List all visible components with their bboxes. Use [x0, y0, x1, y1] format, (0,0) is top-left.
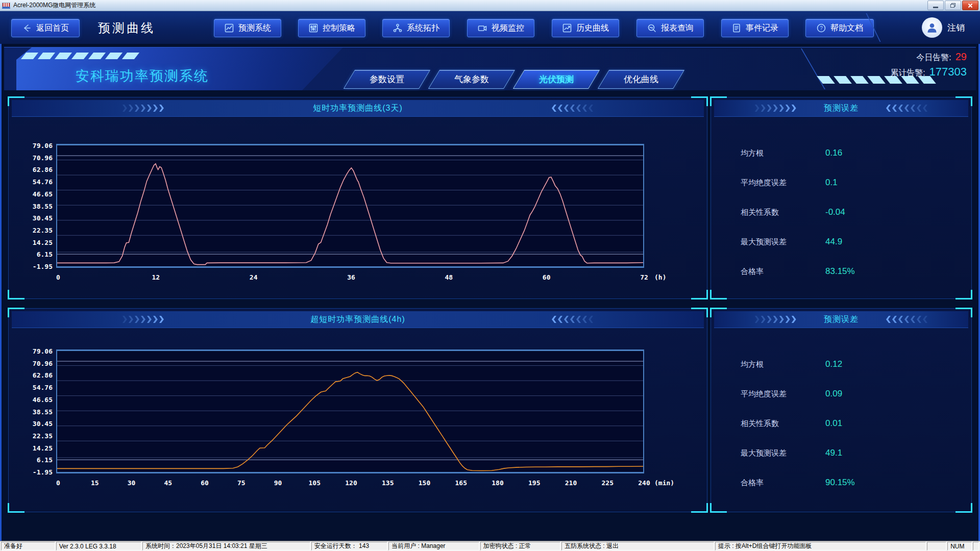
corner-bracket — [691, 290, 708, 299]
tab-optimize-curve[interactable]: 优化曲线 — [598, 70, 684, 89]
nav-button-event-record[interactable]: 事件记录 — [721, 19, 789, 37]
tab-weather-params[interactable]: 气象参数 — [428, 70, 515, 89]
corner-bracket — [8, 503, 24, 513]
top-navbar: 返回首页 预测曲线 预测系统 控制策略 系统拓扑 视频监控 历史曲线 报表查询 … — [0, 11, 980, 44]
stat-value: 0.01 — [825, 418, 842, 429]
stat-label: 均方根 — [741, 360, 818, 369]
total-alarm-value: 177303 — [929, 65, 967, 79]
stat-value: -0.04 — [825, 207, 845, 217]
tab-label: 气象参数 — [454, 73, 489, 85]
stat-row: 最大预测误差44.9 — [711, 227, 971, 257]
logout-button[interactable]: 注销 — [922, 17, 965, 38]
nav-button-help-doc[interactable]: ? 帮助文档 — [805, 19, 874, 37]
today-alarm-value: 29 — [955, 51, 967, 63]
nav-button-system-topology[interactable]: 系统拓扑 — [382, 19, 450, 37]
nav-button-label: 帮助文档 — [830, 23, 863, 34]
help-doc-icon: ? — [816, 23, 826, 33]
stat-row: 平均绝度误差0.09 — [711, 379, 971, 409]
window-title: Acrel-2000MG微电网管理系统 — [13, 1, 95, 10]
chevrons-right-icon — [755, 105, 796, 112]
chart-title: 超短时功率预测曲线(4h) — [310, 314, 405, 325]
chevrons-left-icon — [552, 316, 593, 323]
tab-bar: 参数设置 气象参数 光伏预测 优化曲线 — [349, 70, 679, 89]
status-spacer — [973, 542, 979, 550]
minimize-icon — [933, 7, 938, 8]
forecast-error-panel-1: 预测误差 均方根0.16 平均绝度误差0.1 相关性系数-0.04 最大预测误差… — [710, 97, 972, 299]
status-hint: 提示 : 按Alt+D组合键打开功能面板 — [715, 542, 926, 550]
back-arrow-icon — [22, 23, 32, 33]
nav-button-report-query[interactable]: 报表查询 — [636, 19, 704, 37]
nav-button-label: 视频监控 — [492, 23, 524, 34]
logout-label: 注销 — [947, 22, 965, 34]
chevrons-right-icon — [755, 316, 796, 323]
status-dongle: 加密狗状态 : 正常 — [480, 542, 560, 550]
chevrons-left-icon — [886, 105, 927, 112]
corner-bracket — [955, 290, 972, 299]
stat-label: 相关性系数 — [741, 208, 818, 217]
x-axis-labels: 0153045607590105120135150165180195210225… — [57, 479, 680, 489]
tab-pv-forecast[interactable]: 光伏预测 — [513, 70, 600, 89]
event-record-icon — [731, 23, 742, 33]
banner: 安科瑞功率预测系统 参数设置 气象参数 光伏预测 优化曲线 今日告警: 29 累… — [4, 47, 976, 90]
user-avatar-icon — [922, 17, 942, 38]
app-logo-icon — [2, 3, 10, 9]
tab-label: 光伏预测 — [539, 73, 574, 85]
stats-panel-header: 预测误差 — [714, 311, 968, 328]
status-spacer — [927, 542, 946, 550]
stat-label: 平均绝度误差 — [741, 178, 818, 188]
chevrons-left-icon — [552, 105, 593, 112]
alarm-summary: 今日告警: 29 累计告警: 177303 — [890, 51, 967, 80]
tab-label: 参数设置 — [370, 73, 404, 85]
nav-button-video-monitor[interactable]: 视频监控 — [467, 19, 534, 37]
forecast-error-panel-2: 预测误差 均方根0.12 平均绝度误差0.09 相关性系数0.01 最大预测误差… — [710, 308, 972, 512]
chart-panel-header: 短时功率预测曲线(3天) — [12, 100, 704, 117]
nav-button-label: 事件记录 — [746, 23, 778, 34]
stat-value: 83.15% — [825, 266, 855, 277]
status-version: Ver 2.3.0 LEG 3.3.18 — [56, 542, 141, 550]
stat-row: 平均绝度误差0.1 — [711, 168, 971, 197]
nav-button-label: 控制策略 — [323, 23, 355, 34]
close-icon — [967, 3, 973, 9]
total-alarm-label: 累计告警: — [890, 68, 925, 79]
stat-label: 平均绝度误差 — [741, 389, 818, 399]
close-button[interactable] — [962, 1, 978, 10]
nav-button-label: 系统拓扑 — [407, 23, 439, 34]
minimize-button[interactable] — [927, 1, 944, 10]
stat-row: 相关性系数0.01 — [711, 409, 971, 438]
status-num-lock: NUM — [947, 542, 972, 550]
stats-title: 预测误差 — [824, 103, 859, 114]
chart-panel-header: 超短时功率预测曲线(4h) — [12, 311, 704, 328]
report-query-icon — [647, 23, 657, 33]
back-home-button[interactable]: 返回首页 — [11, 19, 80, 37]
tab-parameter-settings[interactable]: 参数设置 — [344, 70, 430, 89]
window-titlebar: Acrel-2000MG微电网管理系统 — [0, 0, 980, 11]
stat-row: 合格率90.15% — [711, 468, 971, 497]
restore-icon — [950, 3, 955, 8]
stat-label: 相关性系数 — [741, 419, 818, 429]
nav-button-label: 预测系统 — [238, 23, 271, 34]
short-term-chart-plot — [56, 144, 644, 268]
ultra-short-term-forecast-panel: 超短时功率预测曲线(4h) 79.0670.9662.8654.7646.653… — [8, 308, 707, 512]
system-topology-icon — [393, 23, 403, 33]
stat-row: 均方根0.16 — [711, 138, 971, 168]
chevrons-left-icon — [886, 316, 927, 323]
nav-button-history-curve[interactable]: 历史曲线 — [552, 19, 619, 37]
status-safe-days: 安全运行天数： 143 — [311, 542, 387, 550]
svg-text:?: ? — [820, 26, 823, 31]
stat-row: 相关性系数-0.04 — [711, 197, 971, 227]
nav-button-control-strategy[interactable]: 控制策略 — [298, 19, 365, 37]
tab-label: 优化曲线 — [624, 73, 658, 85]
ultra-short-term-chart-plot — [56, 349, 644, 473]
status-system-time: 系统时间：2023年05月31日 14:03:21 星期三 — [142, 542, 310, 550]
status-current-user: 当前用户 : Manager — [388, 542, 479, 550]
corner-bracket — [710, 290, 727, 299]
short-term-forecast-panel: 短时功率预测曲线(3天) 79.0670.9662.8654.7646.6538… — [8, 97, 707, 299]
stat-row: 合格率83.15% — [711, 257, 971, 286]
stat-value: 0.1 — [825, 178, 838, 188]
status-ready: 准备好 — [1, 542, 55, 550]
stat-value: 44.9 — [825, 237, 842, 247]
corner-bracket — [955, 503, 972, 513]
nav-button-forecast-system[interactable]: 预测系统 — [214, 19, 281, 37]
restore-button[interactable] — [945, 1, 961, 10]
forecast-system-icon — [224, 23, 234, 33]
